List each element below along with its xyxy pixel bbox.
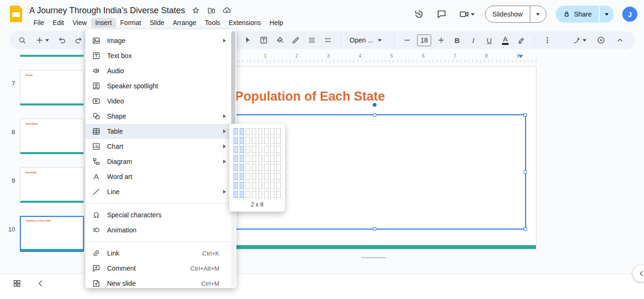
insert-text-box-icon[interactable] [258, 34, 270, 46]
table-size-cell[interactable] [258, 173, 262, 180]
table-size-cell[interactable] [246, 128, 250, 135]
table-size-cell[interactable] [276, 146, 281, 153]
table-size-cell[interactable] [252, 182, 256, 189]
table-size-cell[interactable] [234, 155, 238, 162]
table-size-cell[interactable] [264, 191, 268, 198]
menu-item-word-art[interactable]: Word art [85, 169, 236, 184]
table-size-cell[interactable] [246, 164, 250, 171]
pen-tools-button[interactable] [570, 34, 588, 46]
table-size-cell[interactable] [270, 155, 275, 162]
table-size-cell[interactable] [246, 173, 250, 180]
border-dash-icon[interactable] [322, 34, 334, 46]
menubar-item-tools[interactable]: Tools [201, 18, 225, 27]
table-size-cell[interactable] [246, 182, 250, 189]
table-size-cell[interactable] [240, 146, 244, 153]
table-size-cell[interactable] [234, 146, 238, 153]
menu-item-chart[interactable]: Chart [85, 139, 236, 154]
menu-item-audio[interactable]: Audio [85, 63, 236, 78]
table-size-cell[interactable] [264, 164, 268, 171]
font-family-select[interactable]: Open ... [348, 34, 387, 46]
table-size-cell[interactable] [240, 164, 244, 171]
table-size-cell[interactable] [240, 128, 244, 135]
menu-item-video[interactable]: Video [85, 94, 236, 109]
table-size-cell[interactable] [258, 128, 262, 135]
border-color-icon[interactable] [290, 34, 302, 46]
menu-item-speaker-spotlight[interactable]: Speaker spotlight [85, 78, 236, 94]
table-size-cell[interactable] [240, 155, 244, 162]
table-size-cell[interactable] [276, 155, 281, 162]
table-size-cell[interactable] [276, 173, 281, 180]
font-size-input[interactable] [417, 34, 431, 46]
table-size-cell[interactable] [234, 128, 238, 135]
table-size-cell[interactable] [246, 146, 250, 153]
speaker-notes-divider[interactable] [361, 257, 386, 258]
table-size-cell[interactable] [264, 182, 268, 189]
table-size-cell[interactable] [246, 191, 250, 198]
table-size-cell[interactable] [258, 182, 262, 189]
meet-button[interactable] [458, 8, 475, 21]
menubar-item-format[interactable]: Format [116, 18, 145, 27]
menu-item-image[interactable]: Image [85, 33, 236, 48]
table-size-cell[interactable] [270, 164, 275, 171]
select-cursor-icon[interactable] [242, 34, 254, 46]
table-size-cell[interactable] [270, 182, 275, 189]
table-size-cell[interactable] [270, 137, 275, 144]
selection-handle-top-right[interactable] [524, 113, 527, 117]
bold-button[interactable]: B [451, 34, 463, 46]
table-size-cell[interactable] [240, 182, 244, 189]
table-size-cell[interactable] [276, 164, 281, 171]
table-size-cell[interactable] [234, 164, 238, 171]
menu-item-comment[interactable]: CommentCtrl+Alt+M [85, 261, 236, 276]
table-size-cell[interactable] [252, 137, 256, 144]
menubar-item-slide[interactable]: Slide [145, 18, 168, 27]
menubar-item-arrange[interactable]: Arrange [168, 18, 201, 27]
present-icon[interactable] [595, 34, 607, 46]
table-size-cell[interactable] [234, 173, 238, 180]
doc-title[interactable]: A Journey Through India's Diverse States [29, 6, 185, 16]
menu-item-link[interactable]: LinkCtrl+K [85, 246, 236, 261]
selection-handle-mid-right[interactable] [524, 171, 527, 174]
table-size-cell[interactable] [264, 146, 268, 153]
avatar[interactable]: J [622, 7, 637, 22]
table-size-cell[interactable] [234, 191, 238, 198]
selection-handle-top-center[interactable] [373, 113, 376, 117]
table-size-cell[interactable] [240, 137, 244, 144]
menu-item-new-slide[interactable]: New slideCtrl+M [85, 276, 236, 288]
increase-font-size-icon[interactable] [435, 34, 447, 46]
indent-marker-icon[interactable] [519, 55, 523, 58]
menubar-item-extensions[interactable]: Extensions [225, 18, 265, 27]
share-button[interactable]: Share [556, 6, 599, 23]
table-size-cell[interactable] [264, 155, 268, 162]
table-size-cell[interactable] [234, 137, 238, 144]
more-options-icon[interactable] [541, 34, 553, 46]
table-size-cell[interactable] [240, 191, 244, 198]
move-folder-icon[interactable] [207, 6, 216, 15]
menubar-item-insert[interactable]: Insert [91, 18, 116, 27]
selection-handle-bottom-center[interactable] [373, 227, 376, 231]
table-size-cell[interactable] [258, 191, 262, 198]
menubar-item-edit[interactable]: Edit [49, 18, 68, 27]
table-size-cell[interactable] [252, 191, 256, 198]
table-size-cell[interactable] [252, 128, 256, 135]
slide-thumbnail-7[interactable]: Kerala [20, 70, 84, 106]
slide-thumbnail-9[interactable]: Karnataka [20, 167, 84, 203]
redo-icon[interactable] [73, 34, 85, 46]
collapse-toolbar-icon[interactable] [614, 34, 626, 46]
menu-item-special-characters[interactable]: Special characters [85, 207, 236, 222]
table-size-cell[interactable] [252, 155, 256, 162]
text-color-button[interactable]: A [499, 34, 511, 46]
table-size-cell[interactable] [246, 155, 250, 162]
slide-title-text[interactable]: Population of Each State [235, 89, 385, 104]
table-size-cell[interactable] [270, 128, 275, 135]
table-size-cell[interactable] [270, 191, 275, 198]
slideshow-button[interactable]: Slideshow [485, 6, 530, 22]
rotation-handle[interactable] [373, 103, 376, 107]
share-caret[interactable] [600, 6, 614, 23]
decrease-font-size-icon[interactable] [401, 34, 413, 46]
comments-icon[interactable] [435, 8, 448, 21]
table-size-cell[interactable] [246, 137, 250, 144]
zoom-icon[interactable] [16, 34, 28, 46]
slide-thumbnail-8[interactable]: Tamil Nadu [20, 119, 84, 154]
menu-item-animation[interactable]: Animation [85, 222, 236, 238]
table-size-cell[interactable] [234, 182, 238, 189]
